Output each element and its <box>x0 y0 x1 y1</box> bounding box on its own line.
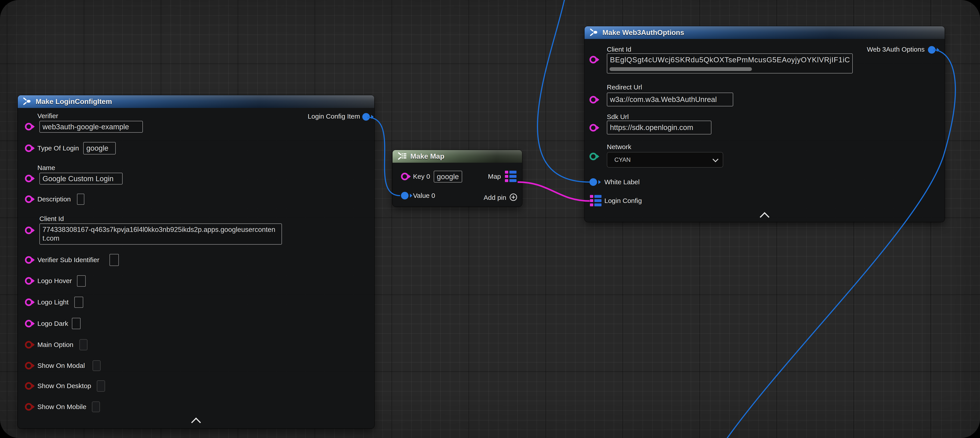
output-label: Web 3Auth Options <box>867 46 924 53</box>
node-make-map[interactable]: Make Map Key 0 google Map Value 0 Add pi… <box>393 150 522 207</box>
pin-label: Show On Mobile <box>37 403 86 411</box>
pin-white-label[interactable] <box>589 178 597 186</box>
logo-light-input[interactable] <box>74 297 83 308</box>
node-title: Make Map <box>410 152 444 161</box>
wire-map-to-login-config[interactable] <box>518 182 590 201</box>
node-header[interactable]: Make LoginConfigItem <box>18 95 374 108</box>
pin-label: Network <box>607 143 631 151</box>
network-dropdown[interactable]: CYAN <box>607 152 723 167</box>
pin-verifier[interactable] <box>25 123 32 131</box>
name-input[interactable]: Google Custom Login <box>40 173 123 185</box>
client-id-value: BEglQSgt4cUWcj6SKRdu5QkOXTsePmMcusG5EAoy… <box>610 56 850 64</box>
sdk-url-input[interactable]: https://sdk.openlogin.com <box>607 121 711 134</box>
node-title: Make Web3AuthOptions <box>602 29 684 37</box>
logo-hover-input[interactable] <box>77 275 86 287</box>
pin-label: Verifier <box>37 112 58 120</box>
pin-logo-dark[interactable] <box>25 320 32 327</box>
pin-label: Sdk Url <box>607 113 628 121</box>
pin-logo-hover[interactable] <box>25 277 32 285</box>
client-id-input[interactable]: BEglQSgt4cUWcj6SKRdu5QkOXTsePmMcusG5EAoy… <box>607 53 853 73</box>
node-header[interactable]: Make Web3AuthOptions <box>585 26 945 39</box>
pin-label: Value 0 <box>413 192 435 199</box>
pin-show-on-mobile[interactable] <box>25 403 32 411</box>
pin-redirect-url[interactable] <box>589 96 597 104</box>
pin-logo-light[interactable] <box>25 298 32 306</box>
pin-main-option[interactable] <box>25 341 32 349</box>
pin-label: Redirect Url <box>607 83 642 91</box>
make-struct-icon <box>589 27 599 38</box>
network-selected-value: CYAN <box>614 156 631 163</box>
chevron-down-icon <box>713 156 719 162</box>
logo-dark-input[interactable] <box>72 318 81 329</box>
pin-show-on-desktop[interactable] <box>25 382 32 390</box>
wire-offscreen-to-white-label[interactable] <box>538 0 590 182</box>
horizontal-scrollbar[interactable] <box>609 67 752 71</box>
blueprint-editor: Make LoginConfigItem Login Config Item V… <box>0 0 980 438</box>
collapse-icon[interactable] <box>191 417 201 427</box>
pin-sdk-url[interactable] <box>589 124 597 132</box>
pin-label: Key 0 <box>413 173 430 180</box>
show-on-modal-checkbox[interactable] <box>92 360 100 371</box>
add-pin-button[interactable]: Add pin <box>484 193 517 202</box>
pin-name[interactable] <box>25 175 32 182</box>
pin-verifier-sub-identifier[interactable] <box>25 256 32 264</box>
pin-label: Verifier Sub Identifier <box>37 256 99 264</box>
output-label: Map <box>488 173 501 180</box>
show-on-desktop-checkbox[interactable] <box>97 381 105 392</box>
collapse-icon[interactable] <box>760 212 770 222</box>
node-make-web3auth-options[interactable]: Make Web3AuthOptions Web 3Auth Options C… <box>585 26 945 222</box>
pin-map-output[interactable] <box>505 171 517 182</box>
pin-value0[interactable] <box>401 192 409 199</box>
pin-label: Logo Dark <box>37 320 68 327</box>
make-map-icon <box>397 151 407 162</box>
pin-label: Type Of Login <box>37 145 79 152</box>
pin-label: Logo Light <box>37 298 68 306</box>
node-header[interactable]: Make Map <box>393 150 522 163</box>
pin-label: Client Id <box>607 46 631 53</box>
pin-label: Main Option <box>37 341 73 349</box>
graph-canvas[interactable]: Make LoginConfigItem Login Config Item V… <box>0 0 980 438</box>
pin-label: Description <box>37 196 71 203</box>
key0-input[interactable]: google <box>434 171 462 183</box>
pin-show-on-modal[interactable] <box>25 362 32 370</box>
output-label: Login Config Item <box>308 113 360 120</box>
node-make-login-config-item[interactable]: Make LoginConfigItem Login Config Item V… <box>18 95 374 428</box>
pin-label: White Label <box>605 178 640 186</box>
type-of-login-input[interactable]: google <box>83 142 116 154</box>
client-id-input[interactable]: 774338308167-q463s7kpvja16l4l0kko3nb925i… <box>40 223 282 245</box>
show-on-mobile-checkbox[interactable] <box>92 401 100 412</box>
pin-client-id[interactable] <box>589 56 597 64</box>
pin-network[interactable] <box>589 153 597 160</box>
pin-login-config[interactable] <box>590 195 601 207</box>
pin-label: Client Id <box>40 215 64 223</box>
pin-client-id[interactable] <box>25 226 32 234</box>
make-struct-icon <box>22 96 32 107</box>
pin-label: Login Config <box>605 197 642 204</box>
pin-type-of-login[interactable] <box>25 145 32 152</box>
add-pin-label: Add pin <box>484 194 506 201</box>
verifier-sub-identifier-input[interactable] <box>110 254 119 266</box>
pin-label: Name <box>37 164 55 172</box>
pin-description[interactable] <box>25 196 32 203</box>
main-option-checkbox[interactable] <box>80 339 88 350</box>
add-pin-icon <box>509 193 517 202</box>
pin-label: Show On Modal <box>37 362 85 370</box>
description-input[interactable] <box>77 194 84 205</box>
pin-key0[interactable] <box>401 173 409 180</box>
pin-label: Show On Desktop <box>37 382 91 390</box>
verifier-input[interactable]: web3auth-google-example <box>40 121 143 133</box>
node-title: Make LoginConfigItem <box>36 97 112 106</box>
redirect-url-input[interactable]: w3a://com.w3a.Web3AuthUnreal <box>607 92 733 107</box>
pin-label: Logo Hover <box>37 277 72 285</box>
